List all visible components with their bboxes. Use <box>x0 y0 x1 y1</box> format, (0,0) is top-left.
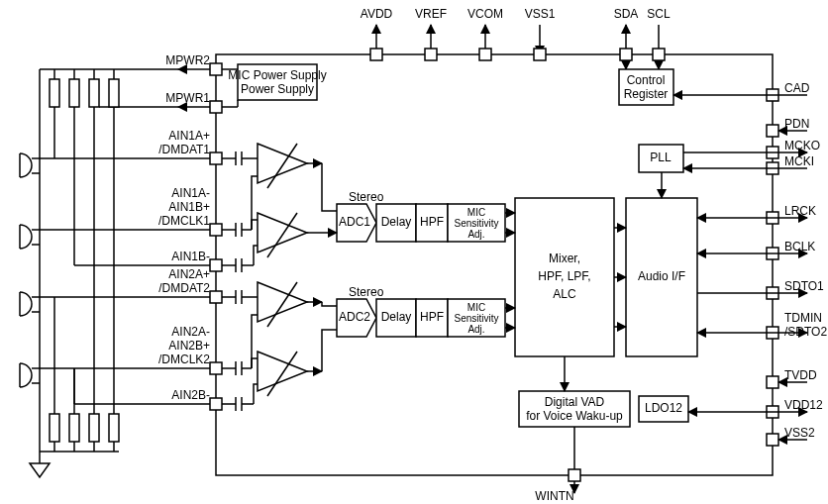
svg-text:AIN1A-: AIN1A- <box>171 186 210 200</box>
pin-tvdd: TVDD <box>767 368 817 388</box>
svg-text:AIN2A+: AIN2A+ <box>168 267 210 281</box>
svg-text:Power Supply: Power Supply <box>241 82 314 96</box>
svg-text:AIN1A+: AIN1A+ <box>168 129 210 143</box>
pin-vss1: VSS1 <box>525 7 556 60</box>
svg-rect-122 <box>50 79 59 107</box>
svg-text:ADC2: ADC2 <box>339 310 370 324</box>
svg-text:Mixer,: Mixer, <box>549 252 580 265</box>
svg-text:VCOM: VCOM <box>467 7 503 21</box>
svg-rect-80 <box>210 291 222 303</box>
block-mic-power-supply: MIC Power Supply Power Supply <box>228 64 326 100</box>
svg-rect-128 <box>89 79 99 107</box>
svg-text:for Voice Waku-up: for Voice Waku-up <box>526 409 623 423</box>
svg-text:AIN1B-: AIN1B- <box>171 250 210 263</box>
pin-vcom: VCOM <box>467 7 503 60</box>
block-audio-if: Audio I/F <box>626 198 697 356</box>
svg-text:LRCK: LRCK <box>784 204 816 218</box>
svg-rect-171 <box>767 125 778 137</box>
svg-text:Register: Register <box>624 87 669 101</box>
svg-text:Digital VAD: Digital VAD <box>545 395 605 409</box>
svg-text:/DMCLK2: /DMCLK2 <box>158 353 210 366</box>
svg-rect-64 <box>210 63 222 75</box>
svg-text:VREF: VREF <box>415 7 447 21</box>
block-mixer: Mixer, HPF, LPF, ALC <box>515 198 614 356</box>
svg-rect-160 <box>89 414 99 442</box>
block-pll: PLL <box>639 145 683 172</box>
svg-text:SDA: SDA <box>614 7 639 21</box>
svg-text:Stereo: Stereo <box>349 190 384 204</box>
svg-text:AIN2B-: AIN2B- <box>171 388 210 402</box>
svg-text:Sensitivity: Sensitivity <box>454 313 498 324</box>
svg-text:VDD12: VDD12 <box>784 398 823 412</box>
svg-text:/SDTO2: /SDTO2 <box>784 325 827 339</box>
svg-text:LDO12: LDO12 <box>645 401 682 415</box>
svg-rect-5 <box>425 49 437 60</box>
svg-text:Adj.: Adj. <box>467 324 484 335</box>
svg-text:BCLK: BCLK <box>784 240 815 253</box>
svg-text:AVDD: AVDD <box>361 7 393 21</box>
svg-text:MIC
Power Supply: MIC Power Supply <box>228 68 326 82</box>
svg-rect-86 <box>210 398 222 410</box>
svg-rect-75 <box>210 224 222 236</box>
svg-rect-154 <box>50 414 59 442</box>
svg-text:HPF, LPF,: HPF, LPF, <box>538 269 590 283</box>
svg-text:TDMIN: TDMIN <box>784 311 822 325</box>
pin-avdd: AVDD <box>361 7 393 60</box>
svg-text:ALC: ALC <box>553 287 576 301</box>
svg-text:SDTO1: SDTO1 <box>784 279 824 293</box>
svg-text:VSS1: VSS1 <box>525 7 556 21</box>
svg-rect-193 <box>767 376 778 388</box>
svg-text:MIC: MIC <box>467 207 485 218</box>
svg-rect-11 <box>534 49 546 60</box>
svg-text:MPWR2: MPWR2 <box>165 53 210 67</box>
svg-text:AIN2A-: AIN2A- <box>171 325 210 339</box>
svg-text:Delay: Delay <box>381 310 412 324</box>
svg-text:MCKI: MCKI <box>784 154 814 168</box>
svg-text:VSS2: VSS2 <box>784 426 815 440</box>
block-control-register: Control Register <box>619 69 673 105</box>
svg-rect-84 <box>210 362 222 374</box>
svg-rect-157 <box>69 414 79 442</box>
svg-text:PDN: PDN <box>784 117 809 131</box>
svg-text:Sensitivity: Sensitivity <box>454 218 498 229</box>
svg-text:HPF: HPF <box>420 215 444 229</box>
svg-text:Audio I/F: Audio I/F <box>638 269 685 283</box>
svg-text:Adj.: Adj. <box>467 229 484 240</box>
svg-text:Control: Control <box>627 73 666 87</box>
svg-text:/DMCLK1: /DMCLK1 <box>158 214 210 228</box>
svg-rect-68 <box>210 101 222 113</box>
svg-text:ADC1: ADC1 <box>339 215 370 229</box>
svg-text:CAD: CAD <box>784 81 810 95</box>
svg-text:PLL: PLL <box>650 151 672 164</box>
svg-rect-203 <box>569 469 580 481</box>
svg-rect-8 <box>479 49 491 60</box>
svg-text:MIC: MIC <box>467 302 485 313</box>
svg-text:/DMDAT2: /DMDAT2 <box>158 281 210 295</box>
svg-text:WINTN: WINTN <box>535 489 573 503</box>
pin-vss2: VSS2 <box>767 426 815 446</box>
svg-text:AIN1B+: AIN1B+ <box>168 200 210 214</box>
svg-rect-199 <box>767 434 778 446</box>
svg-text:MCKO: MCKO <box>784 139 820 152</box>
svg-rect-17 <box>653 49 665 60</box>
svg-text:Delay: Delay <box>381 215 412 229</box>
svg-rect-125 <box>69 79 79 107</box>
svg-text:MPWR1: MPWR1 <box>165 91 210 105</box>
svg-text:SCL: SCL <box>647 7 671 21</box>
svg-rect-2 <box>370 49 382 60</box>
svg-rect-14 <box>620 49 632 60</box>
svg-text:HPF: HPF <box>420 310 444 324</box>
block-ldo12: LDO12 <box>639 396 688 422</box>
svg-rect-163 <box>109 414 119 442</box>
svg-text:/DMDAT1: /DMDAT1 <box>158 143 210 156</box>
svg-rect-77 <box>210 259 222 271</box>
svg-rect-131 <box>109 79 119 107</box>
svg-text:TVDD: TVDD <box>784 368 817 382</box>
svg-text:Stereo: Stereo <box>349 285 384 299</box>
svg-text:AIN2B+: AIN2B+ <box>168 339 210 353</box>
pin-vref: VREF <box>415 7 447 60</box>
svg-rect-71 <box>210 152 222 164</box>
